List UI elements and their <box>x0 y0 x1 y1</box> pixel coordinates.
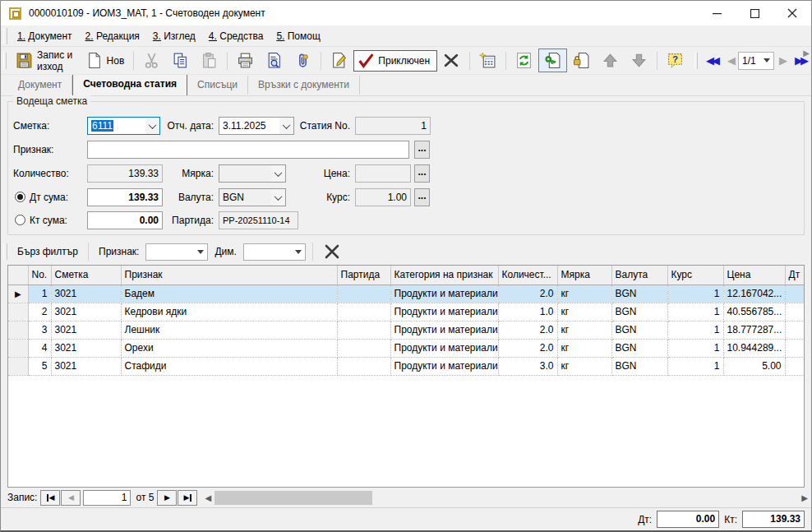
header-kurs[interactable]: Курс <box>667 266 723 285</box>
cell-valuta[interactable]: BGN <box>611 339 667 357</box>
cell-no[interactable]: 2 <box>28 303 51 321</box>
cell-myarka[interactable]: кг <box>557 321 611 339</box>
cell-priznak[interactable]: Бадем <box>121 285 337 303</box>
cell-dt[interactable] <box>785 321 805 339</box>
cell-partida[interactable] <box>337 321 390 339</box>
cell-smetka[interactable]: 3021 <box>51 339 121 357</box>
cell-no[interactable]: 4 <box>28 339 51 357</box>
kt-suma-radio[interactable] <box>15 215 25 225</box>
tab-spisaci[interactable]: Списъци <box>187 76 248 95</box>
header-valuta[interactable]: Валута <box>611 266 667 285</box>
cell-priznak[interactable]: Лешник <box>121 321 337 339</box>
kurs-lookup-button[interactable]: ... <box>414 188 430 206</box>
table-row[interactable]: 53021СтафидиПродукти и материали3.0кгBGN… <box>8 357 805 375</box>
cell-cena[interactable]: 18.777287... <box>723 321 785 339</box>
cell-kategoria[interactable]: Продукти и материали <box>390 357 498 375</box>
cell-cena[interactable]: 40.556785... <box>723 303 785 321</box>
table-row[interactable]: 43021ОрехиПродукти и материали2.0кгBGN11… <box>8 339 805 357</box>
clear-filter-button[interactable] <box>316 242 348 261</box>
cell-myarka[interactable]: кг <box>557 303 611 321</box>
tab-schetovodna-statia[interactable]: Счетоводна статия <box>72 74 187 95</box>
header-kategoria[interactable]: Категория на признак <box>390 266 498 285</box>
dt-suma-radio[interactable] <box>15 192 25 202</box>
scroll-right-icon[interactable]: ▶ <box>798 491 811 505</box>
cell-kolichestvo[interactable]: 3.0 <box>498 357 557 375</box>
paste-button[interactable] <box>195 49 224 72</box>
row-selector[interactable] <box>8 339 28 357</box>
cell-myarka[interactable]: кг <box>557 357 611 375</box>
cell-partida[interactable] <box>337 303 390 321</box>
scrollbar-thumb[interactable] <box>215 491 372 505</box>
calculator-button[interactable] <box>473 49 502 72</box>
cell-kurs[interactable]: 1 <box>667 357 723 375</box>
header-dt[interactable]: Дт <box>785 266 805 285</box>
cell-smetka[interactable]: 3021 <box>51 321 121 339</box>
quick-filter-button[interactable]: Бърз филтър <box>11 243 85 261</box>
cell-partida[interactable] <box>337 285 390 303</box>
current-record-field[interactable]: 1 <box>83 490 131 506</box>
tab-vrazki[interactable]: Връзки с документи <box>248 76 360 95</box>
cell-kurs[interactable]: 1 <box>667 285 723 303</box>
cell-priznak[interactable]: Стафиди <box>121 357 337 375</box>
cell-valuta[interactable]: BGN <box>611 357 667 375</box>
cell-priznak[interactable]: Орехи <box>121 339 337 357</box>
cell-partida[interactable] <box>337 339 390 357</box>
record-position-dropdown[interactable]: 1/1 <box>738 52 774 70</box>
cell-no[interactable]: 3 <box>28 321 51 339</box>
header-cena[interactable]: Цена <box>723 266 785 285</box>
delete-button[interactable] <box>437 49 466 72</box>
cell-no[interactable]: 5 <box>28 357 51 375</box>
row-selector[interactable]: ▶ <box>8 285 28 303</box>
cell-kurs[interactable]: 1 <box>667 339 723 357</box>
menu-sredstva[interactable]: 4. Средства <box>202 27 270 45</box>
first-record-button[interactable]: ◀◀ <box>701 54 722 67</box>
priznak-lookup-button[interactable]: ... <box>414 141 430 159</box>
toolbar-drag-handle[interactable] <box>3 53 7 69</box>
menu-dokument[interactable]: 1. Документ <box>11 27 79 45</box>
cell-cena[interactable]: 5.00 <box>723 357 785 375</box>
horizontal-scrollbar[interactable]: ◀ ▶ <box>201 491 811 505</box>
last-row-button[interactable]: ▶ <box>178 490 197 506</box>
filter-drag-handle[interactable] <box>3 243 7 260</box>
menu-drag-handle[interactable] <box>3 28 7 44</box>
scroll-left-icon[interactable]: ◀ <box>201 491 215 505</box>
maximize-button[interactable] <box>736 1 773 25</box>
header-priznak[interactable]: Признак <box>121 266 337 285</box>
cell-valuta[interactable]: BGN <box>611 303 667 321</box>
first-row-button[interactable]: ◀ <box>40 490 60 506</box>
cell-dt[interactable] <box>785 357 805 375</box>
cell-kolichestvo[interactable]: 2.0 <box>498 321 557 339</box>
new-button[interactable]: Нов <box>80 49 131 72</box>
move-up-button[interactable] <box>596 49 625 72</box>
cell-kolichestvo[interactable]: 1.0 <box>498 303 557 321</box>
minimize-button[interactable] <box>698 1 736 25</box>
row-selector[interactable] <box>8 321 28 339</box>
cell-dt[interactable] <box>785 285 805 303</box>
copy-button[interactable] <box>166 49 195 72</box>
cell-kolichestvo[interactable]: 2.0 <box>498 339 557 357</box>
next-row-button[interactable]: ▶ <box>157 490 177 506</box>
cell-kurs[interactable]: 1 <box>667 303 723 321</box>
cell-myarka[interactable]: кг <box>557 339 611 357</box>
menu-pomosht[interactable]: 5. Помощ <box>270 27 326 45</box>
prev-record-button[interactable]: ◀ <box>722 54 738 67</box>
cell-cena[interactable]: 10.944289... <box>723 339 785 357</box>
cell-myarka[interactable]: кг <box>557 285 611 303</box>
next-record-button[interactable]: ▶ <box>774 54 790 67</box>
row-selector[interactable] <box>8 303 28 321</box>
row-selector[interactable] <box>8 357 28 375</box>
prev-row-button[interactable]: ◀ <box>61 490 81 506</box>
cell-valuta[interactable]: BGN <box>611 285 667 303</box>
print-preview-button[interactable] <box>260 49 288 72</box>
table-row[interactable]: 33021ЛешникПродукти и материали2.0кгBGN1… <box>8 321 805 339</box>
menu-izgled[interactable]: 3. Изглед <box>146 27 202 45</box>
nav-toolbar-drag-handle[interactable] <box>694 53 698 69</box>
close-button[interactable] <box>773 1 811 25</box>
refresh-button[interactable] <box>510 49 538 72</box>
attach-button[interactable] <box>288 49 317 72</box>
help-button[interactable]: ? <box>661 49 690 72</box>
header-no[interactable]: No. <box>28 266 51 285</box>
filter-priznak-dropdown[interactable] <box>145 243 208 261</box>
cell-kurs[interactable]: 1 <box>667 321 723 339</box>
header-smetka[interactable]: Сметка <box>51 266 121 285</box>
